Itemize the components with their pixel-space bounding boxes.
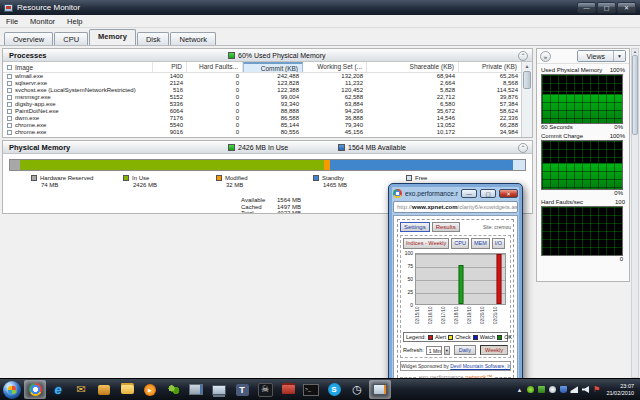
table-row[interactable]: msnmsgr.exe5152099,00462,58822,71239,876 bbox=[3, 94, 532, 101]
contacts-taskbar-icon[interactable] bbox=[162, 380, 184, 399]
table-row[interactable]: digsby-app.exe5336093,34063,8846,58057,3… bbox=[3, 101, 532, 108]
skull-taskbar-icon[interactable] bbox=[254, 380, 276, 399]
tray-flag-icon[interactable] bbox=[592, 386, 600, 394]
maximize-button[interactable]: ▢ bbox=[597, 2, 616, 13]
scroll-up-arrow-icon[interactable]: ▲ bbox=[522, 62, 532, 70]
row-checkbox[interactable] bbox=[7, 116, 12, 121]
refresh-interval-select[interactable]: 1 Minute bbox=[426, 346, 442, 355]
resmon-taskbar-icon[interactable] bbox=[369, 380, 391, 399]
scrollbar-thumb[interactable] bbox=[523, 71, 531, 89]
graph-title: Hard Faults/sec bbox=[541, 199, 583, 205]
tab-disk[interactable]: Disk bbox=[137, 32, 170, 45]
row-checkbox[interactable] bbox=[7, 88, 12, 93]
row-checkbox[interactable] bbox=[7, 130, 12, 135]
results-button[interactable]: Results bbox=[432, 222, 460, 232]
toolbox-taskbar-icon[interactable] bbox=[277, 380, 299, 399]
table-row[interactable]: sqlservr.exe21240123,82811,2322,6648,568 bbox=[3, 80, 532, 87]
tray-circle-icon[interactable] bbox=[548, 386, 556, 394]
widget-title-bar[interactable]: exo.performance.networ... — ▢ ✕ bbox=[393, 187, 518, 200]
wmp-taskbar-icon[interactable] bbox=[139, 380, 161, 399]
tray-network-icon[interactable] bbox=[570, 386, 578, 394]
tray-volume-icon[interactable] bbox=[581, 386, 589, 394]
window-scroll-up-icon[interactable]: ▲ bbox=[632, 49, 638, 54]
table-row[interactable]: svchost.exe (LocalSystemNetworkRestricte… bbox=[3, 87, 532, 94]
skype-taskbar-icon[interactable] bbox=[323, 380, 345, 399]
refresh-dropdown-arrow-icon[interactable]: ▼ bbox=[444, 346, 450, 355]
column-header-c2[interactable]: Hard Faults... bbox=[187, 62, 243, 72]
widget-maximize-button[interactable]: ▢ bbox=[480, 189, 496, 198]
ie-taskbar-icon[interactable] bbox=[47, 380, 69, 399]
widget-tab-cpu[interactable]: CPU bbox=[451, 238, 469, 249]
menu-monitor[interactable]: Monitor bbox=[30, 17, 55, 26]
column-header-c3[interactable]: Commit (KB) bbox=[243, 62, 303, 72]
computer-taskbar-icon[interactable] bbox=[208, 380, 230, 399]
widget-close-button[interactable]: ✕ bbox=[499, 189, 518, 198]
row-checkbox[interactable] bbox=[7, 109, 12, 114]
daily-button[interactable]: Daily bbox=[454, 345, 476, 355]
close-button[interactable]: ✕ bbox=[617, 2, 636, 13]
cell-hard_faults: 0 bbox=[187, 108, 243, 115]
column-header-c4[interactable]: Working Set (... bbox=[303, 62, 367, 72]
column-header-c6[interactable]: Private (KB) bbox=[459, 62, 522, 72]
gauge-taskbar-icon[interactable] bbox=[346, 380, 368, 399]
tab-cpu[interactable]: CPU bbox=[54, 32, 88, 45]
collapse-processes-button[interactable]: ⌃ bbox=[518, 51, 528, 61]
chrome-taskbar-icon[interactable] bbox=[24, 380, 46, 399]
window-scrollbar-thumb[interactable] bbox=[632, 55, 638, 135]
cell-image: PaintDotNet.exe bbox=[3, 108, 153, 115]
graph-grid bbox=[542, 207, 622, 255]
column-header-c0[interactable]: Image bbox=[3, 62, 153, 72]
window-scrollbar[interactable]: ▲ bbox=[631, 48, 639, 378]
tapp-taskbar-icon[interactable] bbox=[231, 380, 253, 399]
settings-button[interactable]: Settings bbox=[400, 222, 430, 232]
widget-tab-i-o[interactable]: I/O bbox=[492, 238, 505, 249]
minimize-button[interactable]: — bbox=[577, 2, 596, 13]
devices-taskbar-icon[interactable] bbox=[185, 380, 207, 399]
row-checkbox[interactable] bbox=[7, 95, 12, 100]
legend-name: Modified bbox=[225, 175, 248, 181]
folder-taskbar-icon[interactable] bbox=[116, 380, 138, 399]
widget-window: exo.performance.networ... — ▢ ✕ http://w… bbox=[388, 183, 523, 392]
tab-network[interactable]: Network bbox=[170, 32, 216, 45]
table-row[interactable]: dwm.exe7176086,58836,88814,54622,336 bbox=[3, 115, 532, 122]
row-checkbox[interactable] bbox=[7, 123, 12, 128]
widget-minimize-button[interactable]: — bbox=[461, 189, 477, 198]
menu-file[interactable]: File bbox=[6, 17, 18, 26]
tab-overview[interactable]: Overview bbox=[4, 32, 53, 45]
start-button[interactable] bbox=[3, 381, 21, 399]
row-checkbox[interactable] bbox=[7, 102, 12, 107]
views-dropdown[interactable]: Views ▼ bbox=[577, 50, 626, 62]
table-row[interactable]: wlmail.exe14000242,488132,20868,94465,26… bbox=[3, 73, 532, 80]
collapse-physical-memory-button[interactable]: ⌃ bbox=[518, 143, 528, 153]
row-checkbox[interactable] bbox=[7, 74, 12, 79]
row-checkbox[interactable] bbox=[7, 81, 12, 86]
tab-memory[interactable]: Memory bbox=[89, 29, 136, 45]
table-row[interactable]: chrome.exe5540085,14479,34013,05266,288 bbox=[3, 122, 532, 129]
chart-x-labels: 02/15/1002/16/1002/17/1002/18/1002/19/10… bbox=[415, 305, 506, 330]
tray-green1-icon[interactable] bbox=[526, 386, 534, 394]
title-bar[interactable]: Resource Monitor — ▢ ✕ bbox=[0, 0, 640, 15]
tray-expand-icon[interactable] bbox=[515, 386, 523, 394]
chart-bar bbox=[496, 254, 501, 304]
tray-green2-icon[interactable] bbox=[537, 386, 545, 394]
column-header-c5[interactable]: Shareable (KB) bbox=[367, 62, 459, 72]
table-row[interactable]: chrome.exe9016080,55645,15610,17234,984 bbox=[3, 129, 532, 136]
views-dropdown-arrow-icon[interactable]: ▼ bbox=[613, 51, 625, 61]
weekly-button[interactable]: Weekly bbox=[480, 345, 508, 355]
column-header-c1[interactable]: PID bbox=[153, 62, 187, 72]
messenger-taskbar-icon[interactable] bbox=[93, 380, 115, 399]
taskbar-clock[interactable]: 23:07 21/02/2010 bbox=[603, 383, 637, 397]
widget-tab-mem[interactable]: MEM bbox=[471, 238, 490, 249]
wlmail-taskbar-icon[interactable] bbox=[70, 380, 92, 399]
widget-address-bar[interactable]: http://www.xpnet.com/clarity6/exowidgets… bbox=[393, 201, 518, 213]
sidebar-collapse-button[interactable]: » bbox=[540, 51, 551, 62]
tray-shield-icon[interactable] bbox=[559, 386, 567, 394]
table-row[interactable]: PaintDotNet.exe6064088,88894,29635,67258… bbox=[3, 108, 532, 115]
processes-scrollbar[interactable]: ▲ bbox=[521, 62, 532, 137]
menu-help[interactable]: Help bbox=[67, 17, 82, 26]
console-taskbar-icon[interactable] bbox=[300, 380, 322, 399]
sponsor-link[interactable]: Devil Mountain Software, Inc. bbox=[450, 363, 511, 369]
select-all-checkbox[interactable] bbox=[7, 65, 12, 70]
widget-tab-indices-weekly[interactable]: Indices - Weekly bbox=[403, 238, 449, 249]
chart-plot-area bbox=[415, 253, 506, 305]
